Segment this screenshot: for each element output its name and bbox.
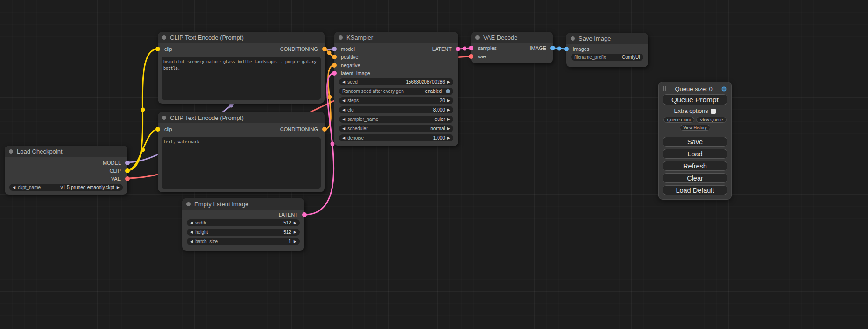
denoise-widget[interactable]: ◀ denoise 1.000 ▶ — [339, 134, 453, 141]
widget-value: euler — [435, 117, 445, 122]
node-title-bar[interactable]: Save Image — [566, 33, 648, 44]
drag-handle-icon[interactable] — [663, 86, 667, 92]
input-slot-images: images — [566, 45, 648, 53]
refresh-button[interactable]: Refresh — [663, 161, 727, 171]
node-status-dot-icon — [162, 116, 166, 120]
node-title-bar[interactable]: Load Checkpoint — [5, 146, 127, 157]
left-arrow-icon[interactable]: ◀ — [342, 136, 345, 140]
right-arrow-icon[interactable]: ▶ — [117, 186, 120, 189]
settings-gear-icon[interactable] — [720, 85, 727, 92]
extra-options-checkbox[interactable] — [711, 109, 716, 114]
output-slot-conditioning: CONDITIONING — [280, 43, 318, 55]
height-widget[interactable]: ◀ height 512 ▶ — [187, 229, 300, 236]
output-port-vae[interactable] — [125, 176, 130, 181]
input-port-clip[interactable] — [155, 47, 160, 51]
right-arrow-icon[interactable]: ▶ — [294, 231, 296, 234]
node-clip-text-encode-positive[interactable]: CLIP Text Encode (Prompt) clip CONDITION… — [158, 32, 325, 104]
right-arrow-icon[interactable]: ▶ — [447, 99, 450, 103]
widget-value: 20 — [440, 98, 445, 103]
node-title-bar[interactable]: CLIP Text Encode (Prompt) — [158, 32, 325, 43]
input-port-clip[interactable] — [155, 127, 160, 132]
right-arrow-icon[interactable]: ▶ — [447, 136, 450, 140]
width-widget[interactable]: ◀ width 512 ▶ — [187, 219, 300, 226]
right-arrow-icon[interactable]: ▶ — [447, 80, 450, 84]
left-arrow-icon[interactable]: ◀ — [190, 231, 193, 234]
right-arrow-icon[interactable]: ▶ — [447, 127, 450, 131]
widget-name: filename_prefix — [574, 55, 606, 60]
batch-size-widget[interactable]: ◀ batch_size 1 ▶ — [187, 238, 300, 245]
node-title-bar[interactable]: CLIP Text Encode (Prompt) — [158, 112, 325, 123]
node-clip-text-encode-negative[interactable]: CLIP Text Encode (Prompt) clip CONDITION… — [158, 112, 325, 192]
input-port-samples[interactable] — [469, 46, 473, 50]
output-label: CLIP — [110, 168, 121, 174]
output-label: MODEL — [103, 160, 121, 166]
prompt-textarea[interactable]: beautiful scenery nature glass bottle la… — [162, 57, 321, 100]
node-save-image[interactable]: Save Image images filename_prefix ComfyU… — [566, 33, 648, 67]
input-label: clip — [164, 126, 172, 132]
prompt-textarea[interactable]: text, watermark — [162, 137, 321, 189]
slot-row: clip CONDITIONING — [158, 123, 325, 135]
input-label: vae — [478, 54, 486, 59]
widget-value: 8.000 — [433, 107, 445, 112]
link-dot-negative — [328, 95, 332, 99]
toggle-knob-icon[interactable] — [446, 89, 450, 93]
right-arrow-icon[interactable]: ▶ — [447, 108, 450, 112]
ckpt-name-widget[interactable]: ◀ ckpt_name v1-5-pruned-emaonly.ckpt ▶ — [9, 184, 123, 191]
left-arrow-icon[interactable]: ◀ — [190, 221, 193, 225]
node-load-checkpoint[interactable]: Load Checkpoint MODEL CLIP VAE ◀ ckpt_na… — [5, 146, 127, 195]
left-arrow-icon[interactable]: ◀ — [342, 118, 345, 121]
output-port-conditioning[interactable] — [322, 47, 327, 51]
input-port-model[interactable] — [332, 47, 337, 51]
output-port-latent[interactable] — [302, 212, 307, 217]
clear-button[interactable]: Clear — [663, 173, 727, 183]
output-port-conditioning[interactable] — [322, 127, 327, 132]
widget-name: batch_size — [195, 239, 218, 244]
left-arrow-icon[interactable]: ◀ — [342, 99, 345, 103]
filename-prefix-widget[interactable]: filename_prefix ComfyUI — [571, 54, 643, 61]
output-port-model[interactable] — [125, 161, 130, 165]
output-port-clip[interactable] — [125, 168, 130, 173]
widget-value: 1.000 — [433, 135, 445, 140]
queue-front-button[interactable]: Queue Front — [663, 117, 695, 123]
save-button[interactable]: Save — [663, 137, 727, 147]
left-arrow-icon[interactable]: ◀ — [342, 108, 345, 112]
seed-widget[interactable]: ◀ seed 156680208700286 ▶ — [339, 78, 453, 85]
node-ksampler[interactable]: KSampler LATENT model positive negative … — [334, 32, 458, 146]
right-arrow-icon[interactable]: ▶ — [447, 118, 450, 121]
input-port-positive[interactable] — [332, 55, 337, 59]
view-queue-button[interactable]: View Queue — [696, 117, 727, 123]
widget-value: v1-5-pruned-emaonly.ckpt — [60, 185, 114, 190]
node-vae-decode[interactable]: VAE Decode IMAGE samples vae — [471, 32, 553, 63]
left-arrow-icon[interactable]: ◀ — [190, 240, 193, 244]
input-slot-clip: clip — [164, 123, 172, 135]
node-graph-canvas[interactable]: Load Checkpoint MODEL CLIP VAE ◀ ckpt_na… — [0, 0, 868, 329]
widget-name: scheduler — [347, 126, 367, 131]
input-port-latent-image[interactable] — [332, 71, 337, 76]
left-arrow-icon[interactable]: ◀ — [342, 127, 345, 131]
right-arrow-icon[interactable]: ▶ — [294, 240, 296, 244]
left-arrow-icon[interactable]: ◀ — [13, 186, 15, 189]
widget-name: Random seed after every gen — [342, 89, 404, 94]
scheduler-widget[interactable]: ◀ scheduler normal ▶ — [339, 125, 453, 132]
slot-row: clip CONDITIONING — [158, 43, 325, 55]
view-history-button[interactable]: View History — [680, 125, 711, 131]
load-default-button[interactable]: Load Default — [663, 185, 727, 195]
node-title-bar[interactable]: KSampler — [334, 32, 458, 43]
load-button[interactable]: Load — [663, 149, 727, 159]
output-label: VAE — [111, 176, 121, 182]
node-title-bar[interactable]: Empty Latent Image — [182, 198, 304, 210]
queue-prompt-button[interactable]: Queue Prompt — [663, 94, 727, 105]
input-port-negative[interactable] — [332, 63, 337, 68]
random-seed-toggle-widget[interactable]: Random seed after every gen enabled — [339, 88, 453, 95]
node-empty-latent-image[interactable]: Empty Latent Image LATENT ◀ width 512 ▶ … — [182, 198, 304, 251]
right-arrow-icon[interactable]: ▶ — [294, 221, 296, 225]
input-port-vae[interactable] — [469, 54, 473, 59]
left-arrow-icon[interactable]: ◀ — [342, 80, 345, 84]
main-menu-panel: Queue size: 0 Queue Prompt Extra options… — [658, 82, 732, 200]
node-title: Load Checkpoint — [17, 148, 63, 155]
sampler-name-widget[interactable]: ◀ sampler_name euler ▶ — [339, 116, 453, 123]
input-port-images[interactable] — [564, 47, 569, 51]
steps-widget[interactable]: ◀ steps 20 ▶ — [339, 97, 453, 104]
node-title-bar[interactable]: VAE Decode — [471, 32, 553, 43]
cfg-widget[interactable]: ◀ cfg 8.000 ▶ — [339, 106, 453, 113]
